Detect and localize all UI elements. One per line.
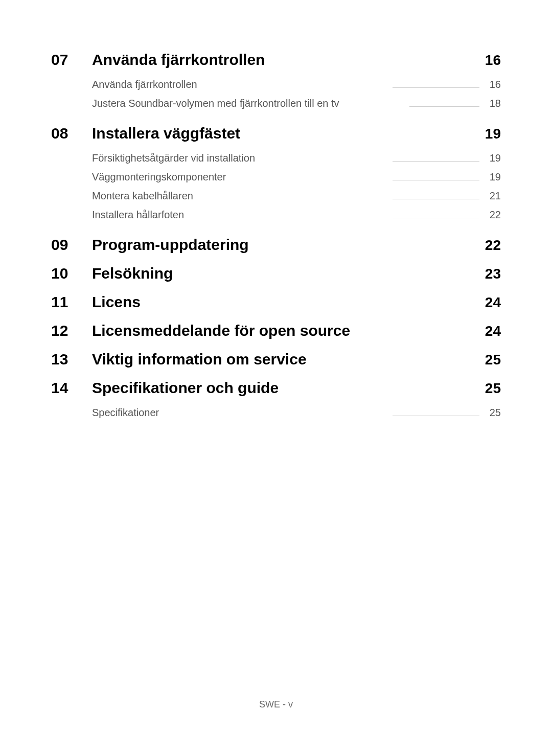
toc-sub-entry[interactable]: Installera hållarfoten 22: [51, 209, 501, 221]
toc-section-header[interactable]: 07 Använda fjärrkontrollen 16: [51, 51, 501, 68]
section-title: Installera väggfästet: [92, 125, 240, 142]
toc-sub-entry[interactable]: Använda fjärrkontrollen 16: [51, 79, 501, 90]
toc-section-header[interactable]: 14 Specifikationer och guide 25: [51, 379, 501, 397]
toc-section: 13 Viktig information om service 25: [51, 351, 501, 368]
leader-line: [393, 218, 479, 218]
toc-section: 08 Installera väggfästet 19 Försiktighet…: [51, 125, 501, 221]
section-page: 25: [485, 380, 501, 397]
sub-page: 19: [486, 171, 501, 183]
leader-line: [393, 416, 479, 416]
section-page: 25: [485, 352, 501, 368]
sub-page: 19: [486, 152, 501, 164]
sub-title: Väggmonteringskomponenter: [92, 171, 226, 183]
toc-content: 07 Använda fjärrkontrollen 16 Använda fj…: [0, 0, 552, 419]
sub-title: Justera Soundbar-volymen med fjärrkontro…: [92, 98, 339, 109]
sub-title: Montera kabelhållaren: [92, 190, 193, 202]
leader-line: [393, 199, 479, 199]
sub-title: Installera hållarfoten: [92, 209, 184, 221]
toc-section: 07 Använda fjärrkontrollen 16 Använda fj…: [51, 51, 501, 109]
toc-section-header[interactable]: 10 Felsökning 23: [51, 265, 501, 282]
toc-section: 10 Felsökning 23: [51, 265, 501, 282]
section-page: 23: [485, 266, 501, 282]
section-number: 11: [51, 293, 92, 311]
toc-section: 11 Licens 24: [51, 293, 501, 311]
page-footer: SWE - v: [0, 699, 552, 710]
section-title: Program-uppdatering: [92, 236, 249, 254]
section-number: 12: [51, 322, 92, 339]
section-title: Specifikationer och guide: [92, 379, 279, 397]
section-title: Använda fjärrkontrollen: [92, 51, 265, 68]
toc-sub-entry[interactable]: Väggmonteringskomponenter 19: [51, 171, 501, 183]
sub-page: 16: [486, 79, 501, 90]
section-title: Licensmeddelande för open source: [92, 322, 350, 339]
leader-line: [393, 180, 479, 180]
section-title: Licens: [92, 293, 141, 311]
toc-section-header[interactable]: 11 Licens 24: [51, 293, 501, 311]
toc-sub-entry[interactable]: Montera kabelhållaren 21: [51, 190, 501, 202]
toc-section: 09 Program-uppdatering 22: [51, 236, 501, 254]
sub-title: Försiktighetsåtgärder vid installation: [92, 152, 255, 164]
toc-section-header[interactable]: 13 Viktig information om service 25: [51, 351, 501, 368]
section-page: 22: [485, 237, 501, 254]
section-number: 08: [51, 125, 92, 142]
toc-section-header[interactable]: 12 Licensmeddelande för open source 24: [51, 322, 501, 339]
toc-section: 14 Specifikationer och guide 25 Specifik…: [51, 379, 501, 419]
section-title: Viktig information om service: [92, 351, 307, 368]
section-page: 16: [485, 52, 501, 68]
toc-sub-entry[interactable]: Försiktighetsåtgärder vid installation 1…: [51, 152, 501, 164]
sub-title: Använda fjärrkontrollen: [92, 79, 197, 90]
section-number: 13: [51, 351, 92, 368]
section-page: 19: [485, 126, 501, 142]
toc-section-header[interactable]: 08 Installera väggfästet 19: [51, 125, 501, 142]
sub-page: 18: [486, 98, 501, 109]
toc-sub-entry[interactable]: Specifikationer 25: [51, 407, 501, 419]
toc-section: 12 Licensmeddelande för open source 24: [51, 322, 501, 339]
section-title: Felsökning: [92, 265, 173, 282]
section-number: 09: [51, 236, 92, 254]
toc-section-header[interactable]: 09 Program-uppdatering 22: [51, 236, 501, 254]
section-page: 24: [485, 323, 501, 339]
sub-page: 22: [486, 209, 501, 221]
section-page: 24: [485, 294, 501, 311]
sub-page: 21: [486, 190, 501, 202]
leader-line: [393, 161, 479, 162]
section-number: 07: [51, 51, 92, 68]
leader-line: [409, 106, 479, 107]
toc-sub-entry[interactable]: Justera Soundbar-volymen med fjärrkontro…: [51, 98, 501, 109]
sub-page: 25: [486, 407, 501, 419]
sub-title: Specifikationer: [92, 407, 159, 419]
section-number: 14: [51, 379, 92, 397]
section-number: 10: [51, 265, 92, 282]
leader-line: [393, 87, 479, 88]
